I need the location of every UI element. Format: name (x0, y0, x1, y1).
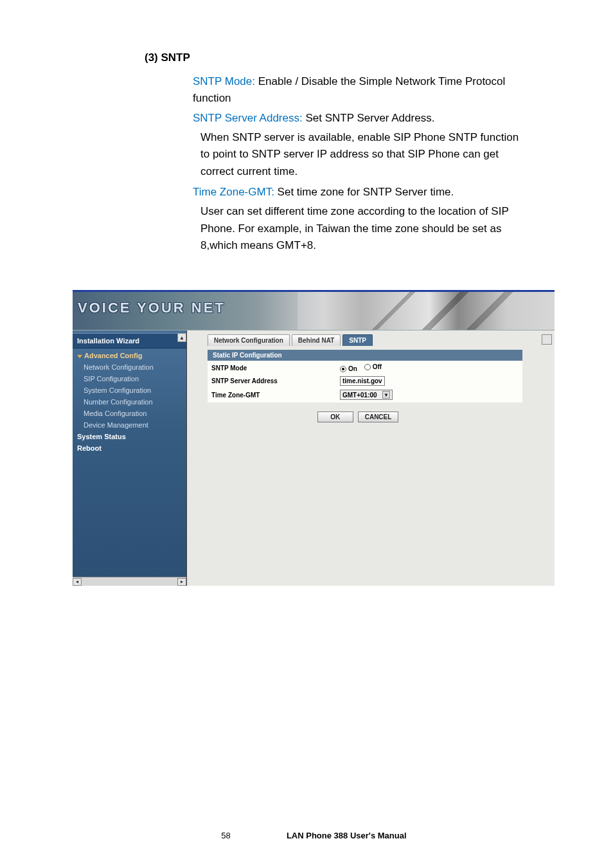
label-time-zone: Time Zone-GMT: (193, 186, 274, 198)
row-sntp-mode: SNTP Mode On Off (208, 361, 522, 375)
sidebar-item-status[interactable]: System Status (73, 431, 186, 442)
page-number: 58 (206, 831, 245, 840)
radio-off-label: Off (373, 363, 382, 370)
timezone-select[interactable]: GMT+01:00 ▼ (340, 390, 393, 400)
label-tz: Time Zone-GMT (208, 387, 336, 402)
row-time-zone: Time Zone-GMT GMT+01:00 ▼ (208, 387, 522, 402)
text-sntp-server-detail: When SNTP server is available, enable SI… (193, 129, 529, 180)
radio-checked-icon (340, 366, 346, 372)
section-heading: (3) SNTP (145, 51, 536, 64)
sidebar-item-sip[interactable]: SIP Configuration (73, 373, 186, 384)
scroll-right-icon[interactable]: ▸ (177, 578, 186, 586)
sidebar-item-wizard[interactable]: Installation Wizard (73, 333, 186, 348)
sidebar-section-label: Advanced Config (84, 352, 142, 359)
sidebar-item-media[interactable]: Media Configuration (73, 408, 186, 419)
sidebar: ▲ Installation Wizard Advanced Config Ne… (73, 330, 187, 586)
panel-title: Static IP Configuration (208, 350, 522, 361)
sidebar-item-device[interactable]: Device Management (73, 419, 186, 431)
body-text: SNTP Mode: Enable / Disable the Simple N… (193, 73, 529, 254)
app-screenshot: VOICE YOUR NET ▲ Installation Wizard Adv… (73, 290, 555, 586)
scroll-left-icon[interactable]: ◂ (73, 578, 82, 586)
brand-text: VOICE YOUR NET (78, 300, 226, 316)
footer-title: LAN Phone 388 User's Manual (248, 831, 407, 840)
label-sntp-server: SNTP Server Address: (193, 112, 303, 124)
tab-behind-nat[interactable]: Behind NAT (292, 334, 341, 346)
tab-network[interactable]: Network Configuration (208, 334, 290, 346)
radio-off[interactable]: Off (364, 363, 382, 370)
sidebar-item-reboot[interactable]: Reboot (73, 442, 186, 454)
config-table: SNTP Mode On Off SNTP Server Address tim… (208, 361, 522, 402)
tab-bar: Network Configuration Behind NAT SNTP (208, 334, 548, 346)
dropdown-arrow-icon: ▼ (382, 391, 390, 399)
radio-on-label: On (348, 365, 357, 372)
ok-button[interactable]: OK (317, 411, 353, 422)
sidebar-item-number[interactable]: Number Configuration (73, 396, 186, 408)
scroll-up-icon[interactable]: ▲ (544, 336, 549, 341)
label-address: SNTP Server Address (208, 375, 336, 387)
scroll-up-icon[interactable]: ▲ (177, 333, 186, 342)
label-sntp-mode: SNTP Mode: (193, 75, 255, 87)
label-mode: SNTP Mode (208, 361, 336, 375)
page-footer: 58 LAN Phone 388 User's Manual (0, 829, 613, 841)
cancel-button[interactable]: CANCEL (358, 411, 399, 422)
button-row: OK CANCEL (193, 411, 522, 422)
sidebar-scrollbar[interactable]: ◂ ▸ (73, 577, 186, 586)
server-address-input[interactable]: time.nist.gov (340, 376, 385, 386)
row-server-address: SNTP Server Address time.nist.gov (208, 375, 522, 387)
radio-on[interactable]: On (340, 365, 357, 372)
sidebar-item-system[interactable]: System Configuration (73, 384, 186, 396)
sidebar-section-advanced[interactable]: Advanced Config (73, 348, 186, 361)
radio-unchecked-icon (364, 364, 371, 370)
timezone-value: GMT+01:00 (342, 392, 377, 399)
tab-sntp[interactable]: SNTP (342, 334, 373, 346)
text-time-zone-detail: User can set different time zone accordi… (193, 203, 529, 254)
triangle-down-icon (77, 355, 82, 358)
text-time-zone: Set time zone for SNTP Server time. (274, 186, 454, 198)
text-sntp-server: Set SNTP Server Address. (303, 112, 435, 124)
sidebar-item-network[interactable]: Network Configuration (73, 361, 186, 373)
app-banner: VOICE YOUR NET (73, 292, 555, 330)
content-panel: ▲ Network Configuration Behind NAT SNTP … (187, 330, 555, 586)
